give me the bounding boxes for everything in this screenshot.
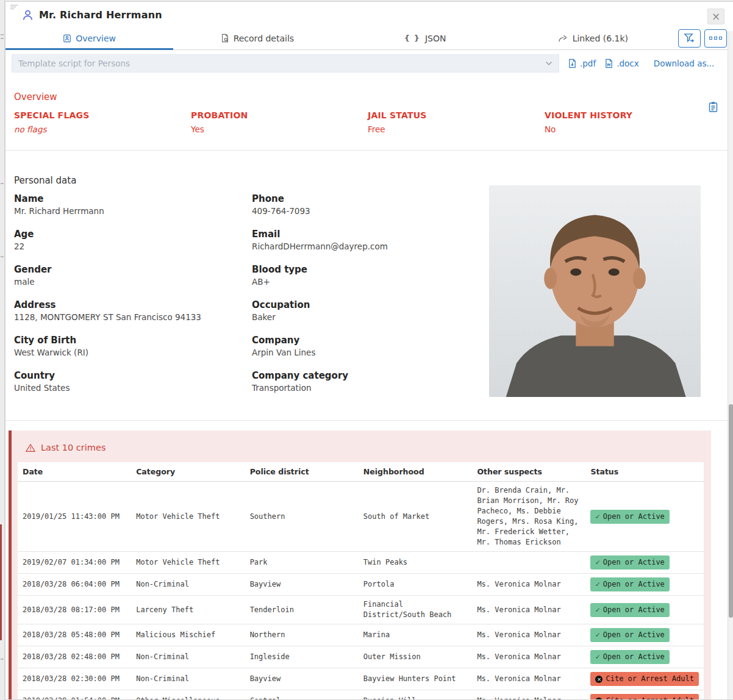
tab-record-details[interactable]: Record details xyxy=(173,26,341,50)
personal-field: Company Arpin Van Lines xyxy=(252,334,490,359)
personal-field: Name Mr. Richard Herrmann xyxy=(14,192,252,217)
background-panel-edge xyxy=(0,0,5,700)
more-options-button[interactable] xyxy=(704,29,727,48)
share-arrow-icon xyxy=(558,34,568,43)
column-header: Police district xyxy=(245,462,359,482)
field-label: Country xyxy=(14,369,252,382)
crime-neighborhood: Marina xyxy=(359,624,473,646)
column-header: Neighborhood xyxy=(359,462,473,482)
circle-x-icon: × xyxy=(595,676,602,683)
crime-district: Southern xyxy=(245,482,359,552)
scrollbar-track[interactable] xyxy=(728,31,733,700)
field-value: 22 xyxy=(14,241,252,252)
crime-suspects: Ms. Veronica Molnar xyxy=(472,668,585,690)
pdf-file-icon xyxy=(568,59,577,68)
docx-file-icon xyxy=(604,59,613,68)
crime-category: Non-Criminal xyxy=(131,668,245,690)
field-value: 1128, MONTGOMERY ST San Francisco 94133 xyxy=(14,312,252,323)
divider xyxy=(5,420,733,421)
crime-category: Non-Criminal xyxy=(131,646,245,668)
crime-date: 2019/01/25 11:43:00 PM xyxy=(18,482,131,552)
toolbar: Template script for Persons .pdf .docx xyxy=(5,50,733,77)
tab-overview[interactable]: Overview xyxy=(5,26,173,50)
crime-date: 2018/03/28 01:54:00 PM xyxy=(18,690,131,700)
crime-district: Bayview xyxy=(245,574,359,596)
field-value: Baker xyxy=(252,312,490,323)
personal-field: Company category Transportation xyxy=(252,369,490,394)
status-badge: ✓ × Open or Active xyxy=(590,628,669,642)
table-row: 2018/03/28 02:30:00 PM Non-Criminal Bayv… xyxy=(18,668,704,690)
braces-icon: { } xyxy=(404,34,421,43)
document-search-icon xyxy=(221,34,229,43)
flag-violent-history: VIOLENT HISTORY No xyxy=(545,110,721,134)
person-record-modal: Mr. Richard Herrmann × Overview Record d xyxy=(5,1,733,700)
table-row: 2018/03/28 05:48:00 PM Malicious Mischie… xyxy=(18,624,704,646)
status-badge: ✓ × Open or Active xyxy=(590,555,669,570)
scrollbar-thumb[interactable] xyxy=(729,404,733,618)
crime-date: 2019/02/07 01:34:00 PM xyxy=(18,552,131,574)
column-header: Date xyxy=(18,462,131,482)
field-label: Email xyxy=(252,227,490,241)
crime-category: Motor Vehicle Theft xyxy=(131,552,245,574)
id-card-icon xyxy=(63,34,71,43)
field-label: Phone xyxy=(252,192,490,205)
status-label: Cite or Arrest Adult xyxy=(606,696,694,700)
personal-right-column: Phone 409-764-7093 Email RichardDHerrman… xyxy=(252,192,490,404)
tab-json[interactable]: { } JSON xyxy=(341,26,509,50)
crime-date: 2018/03/28 06:04:00 PM xyxy=(18,574,131,596)
column-header: Category xyxy=(131,462,245,482)
crimes-heading: Last 10 crimes xyxy=(41,443,105,452)
crimes-panel: Last 10 crimes DateCategoryPolice distri… xyxy=(9,430,711,700)
crime-neighborhood: Twin Peaks xyxy=(359,552,473,574)
flag-probation: PROBATION Yes xyxy=(191,110,368,134)
person-icon xyxy=(21,9,34,21)
field-label: Company category xyxy=(252,369,490,382)
check-icon: ✓ xyxy=(595,605,599,615)
crime-district: Bayview xyxy=(245,668,359,690)
table-row: 2018/03/28 01:54:00 PM Other Miscellaneo… xyxy=(18,690,704,700)
table-header-row: DateCategoryPolice districtNeighborhoodO… xyxy=(18,462,704,482)
warning-icon xyxy=(26,443,35,452)
check-icon: ✓ xyxy=(595,512,599,522)
field-value: male xyxy=(14,276,252,288)
crime-neighborhood: Bayview Hunters Point xyxy=(359,668,473,690)
crime-suspects: Ms. Veronica Molnar xyxy=(472,596,585,624)
field-label: Company xyxy=(252,334,490,347)
filter-export-button[interactable] xyxy=(678,29,701,48)
check-icon: ✓ xyxy=(595,652,599,662)
field-label: Gender xyxy=(14,263,252,276)
download-pdf-link[interactable]: .pdf xyxy=(568,59,596,68)
table-row: 2018/03/28 02:48:00 PM Non-Criminal Ingl… xyxy=(18,646,704,668)
download-as-link[interactable]: Download as... xyxy=(654,59,715,68)
crime-neighborhood: South of Market xyxy=(359,482,473,552)
status-badge: ✓ × Open or Active xyxy=(590,577,669,591)
copy-icon[interactable] xyxy=(708,101,718,113)
flags-row: SPECIAL FLAGS no flags PROBATION Yes JAI… xyxy=(14,110,724,134)
download-docx-link[interactable]: .docx xyxy=(604,59,639,68)
crime-date: 2018/03/28 02:48:00 PM xyxy=(18,646,131,668)
chevron-down-icon xyxy=(545,61,552,66)
personal-field: Email RichardDHerrmann@dayrep.com xyxy=(252,227,490,252)
content-area: Overview SPECIAL FLAGS no flags PROBATIO… xyxy=(5,91,733,700)
divider xyxy=(5,150,733,151)
field-label: City of Birth xyxy=(14,334,252,347)
personal-left-column: Name Mr. Richard Herrmann Age 22 Gender … xyxy=(14,192,252,404)
field-value: United States xyxy=(14,382,252,394)
field-label: Blood type xyxy=(252,263,490,276)
crime-neighborhood: Portola xyxy=(359,574,473,596)
crime-suspects: Ms. Veronica Molnar xyxy=(472,624,585,646)
resize-handle-icon xyxy=(10,4,20,11)
personal-field: Occupation Baker xyxy=(252,298,490,323)
close-button[interactable]: × xyxy=(707,9,724,24)
crime-neighborhood: Russian Hill xyxy=(359,690,473,700)
page-title: Mr. Richard Herrmann xyxy=(39,9,162,21)
crime-date: 2018/03/28 08:17:00 PM xyxy=(18,596,131,624)
personal-data-section: Personal data Name Mr. Richard Herrmann … xyxy=(14,175,724,404)
person-photo xyxy=(489,185,701,397)
crime-suspects: Dr. Brenda Crain, Mr. Brian Morrison, Mr… xyxy=(472,482,585,552)
crimes-table: DateCategoryPolice districtNeighborhoodO… xyxy=(18,462,704,700)
template-select[interactable]: Template script for Persons xyxy=(12,54,559,73)
check-icon: ✓ xyxy=(595,630,599,640)
tab-linked[interactable]: Linked (6.1k) xyxy=(509,26,677,50)
table-row: 2018/03/28 08:17:00 PM Larceny Theft Ten… xyxy=(18,596,704,624)
